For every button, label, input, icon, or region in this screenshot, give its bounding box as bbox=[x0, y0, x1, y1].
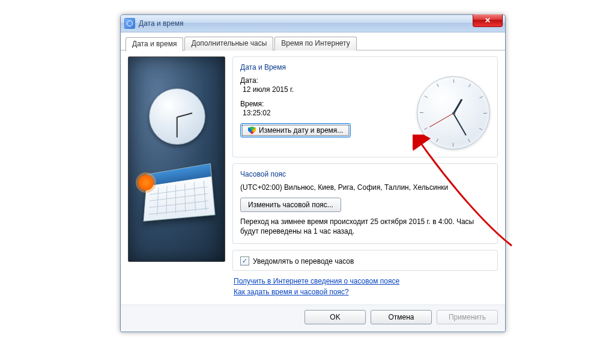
close-button[interactable]: ✕ bbox=[473, 14, 503, 27]
tabstrip: Дата и время Дополнительные часы Время п… bbox=[121, 32, 505, 50]
change-date-time-button[interactable]: Изменить дату и время... bbox=[240, 123, 351, 138]
change-timezone-button[interactable]: Изменить часовой пояс... bbox=[240, 198, 341, 212]
group-title-date-time: Дата и Время bbox=[240, 63, 490, 71]
tab-internet-time[interactable]: Время по Интернету bbox=[274, 37, 356, 50]
minute-hand-icon bbox=[453, 114, 467, 136]
change-date-time-label: Изменить дату и время... bbox=[259, 126, 343, 135]
change-timezone-label: Изменить часовой пояс... bbox=[248, 201, 333, 209]
close-icon: ✕ bbox=[485, 16, 491, 25]
tab-date-time[interactable]: Дата и время bbox=[126, 37, 183, 51]
preview-clock-icon bbox=[149, 88, 205, 145]
group-timezone: Часовой пояс (UTC+02:00) Вильнюс, Киев, … bbox=[232, 163, 498, 244]
time-label: Время: bbox=[240, 100, 417, 108]
uac-shield-icon bbox=[248, 127, 256, 135]
dialog-body: Дата и Время Дата: 12 июля 2015 г. Время… bbox=[121, 50, 505, 305]
second-hand-icon bbox=[429, 113, 453, 127]
link-tz-info[interactable]: Получить в Интернете сведения о часовом … bbox=[234, 277, 399, 285]
ok-button[interactable]: OK bbox=[304, 310, 366, 324]
timezone-value: (UTC+02:00) Вильнюс, Киев, Рига, София, … bbox=[240, 183, 490, 192]
analog-clock bbox=[417, 76, 490, 150]
tab-additional-clocks[interactable]: Дополнительные часы bbox=[184, 37, 273, 50]
apply-label: Применить bbox=[449, 313, 486, 321]
window-title: Дата и время bbox=[139, 19, 183, 28]
dst-transition-note: Переход на зимнее время происходит 25 ок… bbox=[240, 217, 490, 236]
apply-button[interactable]: Применить bbox=[437, 310, 498, 324]
link-how-to[interactable]: Как задать время и часовой пояс? bbox=[234, 288, 349, 296]
cancel-button[interactable]: Отмена bbox=[371, 310, 432, 324]
group-date-time: Дата и Время Дата: 12 июля 2015 г. Время… bbox=[232, 56, 498, 157]
preview-panel bbox=[128, 56, 225, 262]
date-value: 12 июля 2015 г. bbox=[243, 85, 417, 94]
date-label: Дата: bbox=[240, 76, 417, 85]
notify-dst-row[interactable]: ✓ Уведомлять о переводе часов bbox=[240, 256, 490, 265]
notify-dst-label: Уведомлять о переводе часов bbox=[253, 257, 354, 265]
ok-label: OK bbox=[330, 313, 340, 321]
content-column: Дата и Время Дата: 12 июля 2015 г. Время… bbox=[232, 56, 498, 300]
dialog-footer: OK Отмена Применить bbox=[121, 305, 505, 332]
preview-calendar-icon bbox=[144, 163, 216, 222]
clock-icon bbox=[124, 18, 135, 29]
help-links: Получить в Интернете сведения о часовом … bbox=[234, 277, 497, 299]
checkbox-checked-icon[interactable]: ✓ bbox=[240, 256, 249, 265]
time-value: 13:25:02 bbox=[243, 109, 417, 117]
group-dst-notify: ✓ Уведомлять о переводе часов bbox=[232, 250, 498, 271]
date-time-dialog: Дата и время ✕ Дата и время Дополнительн… bbox=[120, 14, 506, 332]
preview-flower-icon bbox=[138, 175, 154, 190]
titlebar[interactable]: Дата и время ✕ bbox=[121, 15, 505, 32]
cancel-label: Отмена bbox=[388, 313, 414, 321]
group-title-timezone: Часовой пояс bbox=[240, 170, 490, 178]
